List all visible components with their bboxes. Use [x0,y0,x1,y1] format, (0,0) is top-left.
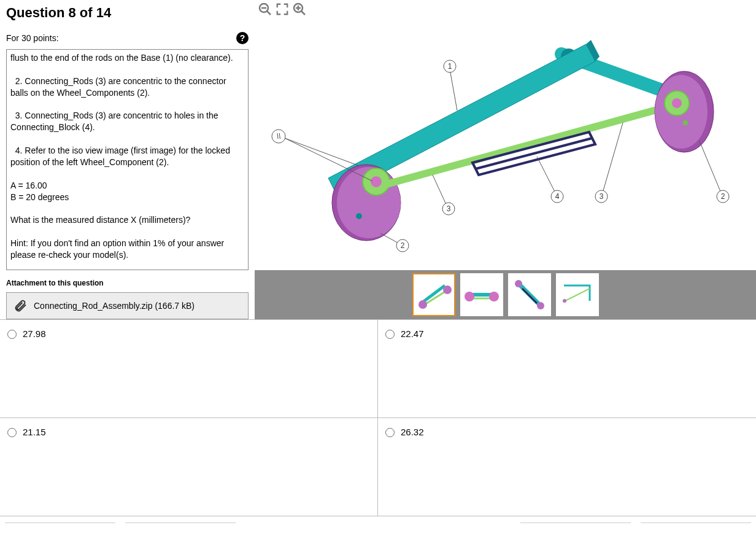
svg-line-30 [433,175,447,206]
footer-button-1[interactable] [5,522,115,523]
svg-text:3: 3 [600,192,604,201]
question-panel: Question 8 of 14 For 30 points: ? flush … [0,0,255,319]
radio-icon [385,428,395,437]
svg-point-49 [443,285,452,294]
attachment-filename: Connecting_Rod_Assembly.zip (166.7 kB) [34,301,195,311]
thumbnail-1[interactable] [412,273,455,316]
footer-bar [0,516,756,523]
answer-label: 22.47 [401,328,424,339]
points-row: For 30 points: ? [6,32,249,44]
question-title: Question 8 of 14 [6,5,249,21]
svg-point-15 [371,176,382,187]
points-label: For 30 points: [6,33,59,43]
answer-label: 26.32 [401,427,424,437]
image-viewer-panel: 1 2 3 4 3 2 [255,0,756,319]
svg-point-23 [683,120,688,125]
answer-option-a[interactable]: 27.98 [0,319,378,418]
svg-text:2: 2 [401,241,405,250]
answer-option-b[interactable]: 22.47 [378,319,756,418]
svg-point-56 [537,302,544,309]
footer-button-4[interactable] [641,522,751,523]
answer-option-c[interactable]: 21.15 [0,418,378,516]
footer-button-3[interactable] [520,522,631,523]
svg-point-52 [465,292,474,301]
svg-line-44 [285,138,359,166]
svg-point-48 [418,300,427,309]
thumbnail-strip [255,270,756,319]
answer-option-d[interactable]: 26.32 [378,418,756,516]
answer-grid: 27.98 22.47 21.15 26.32 [0,319,756,516]
radio-icon [7,428,17,437]
svg-line-24 [450,69,457,111]
svg-line-57 [522,289,537,303]
svg-line-45 [285,138,372,181]
answer-label: 27.98 [23,328,46,339]
thumbnail-3[interactable] [508,273,551,316]
svg-line-39 [700,141,721,193]
svg-text:2: 2 [721,192,725,201]
svg-point-22 [672,98,682,108]
assembly-diagram: 1 2 3 4 3 2 [255,0,756,270]
svg-line-36 [603,123,623,193]
radio-icon [7,330,17,339]
attachment-download[interactable]: Connecting_Rod_Assembly.zip (166.7 kB) [6,292,249,319]
main-image-viewer[interactable]: 1 2 3 4 3 2 [255,0,756,270]
attachment-section-label: Attachment to this question [6,279,249,287]
svg-line-58 [565,289,590,301]
svg-line-33 [537,157,555,193]
thumbnail-2[interactable] [460,273,503,316]
svg-text:\\: \\ [277,132,281,141]
svg-text:4: 4 [555,192,560,201]
radio-icon [385,330,395,339]
help-icon[interactable]: ? [236,32,249,44]
answer-label: 21.15 [23,427,46,437]
svg-point-13 [356,213,362,219]
svg-point-55 [515,280,522,287]
svg-text:1: 1 [448,62,452,71]
footer-button-2[interactable] [125,522,236,523]
svg-text:3: 3 [447,204,451,213]
paperclip-icon [14,299,28,313]
svg-point-59 [563,299,566,303]
question-body-textarea[interactable]: flush to the end of the rods on the Base… [6,49,249,270]
thumbnail-4[interactable] [556,273,599,316]
svg-point-53 [489,292,499,301]
